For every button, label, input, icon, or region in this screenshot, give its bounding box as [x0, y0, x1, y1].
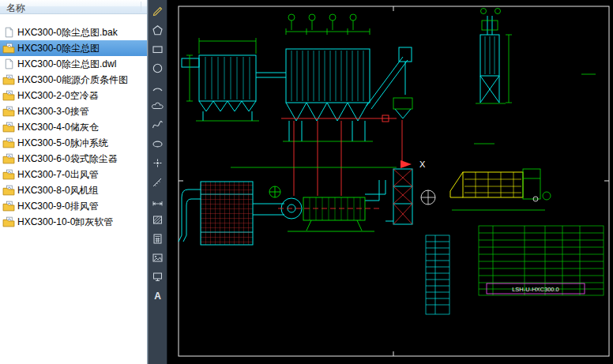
- unit-outlet-tower: [385, 169, 435, 224]
- line-tool-button[interactable]: [149, 2, 167, 21]
- polygon-icon: [152, 24, 164, 36]
- dwg-file-icon: [2, 122, 15, 133]
- ellipse-icon: [152, 138, 164, 150]
- display-tool-button[interactable]: [149, 267, 167, 286]
- schedule-table: [426, 235, 449, 314]
- cad-drawing[interactable]: X: [167, 0, 613, 364]
- revision-cloud-icon: [152, 100, 164, 112]
- calculator-icon: [152, 233, 164, 245]
- file-name: HXC300-2-0空冷器: [17, 89, 99, 103]
- unit-stack-elevation: [476, 16, 596, 103]
- arc-icon: [152, 81, 164, 93]
- file-list-item[interactable]: HXC300-10-0卸灰软管: [0, 214, 147, 230]
- polygon-tool-button[interactable]: [149, 21, 167, 39]
- point-tool-button[interactable]: [149, 153, 167, 172]
- unit-esp-elevation: [182, 38, 286, 121]
- calculator-tool-button[interactable]: [149, 229, 167, 248]
- drawing-number-label: LSH-U-HXC300.0: [512, 286, 559, 293]
- file-list-item-selected[interactable]: HXC300-0除尘总图: [0, 40, 147, 56]
- rectangle-tool-button[interactable]: [149, 39, 167, 58]
- dwg-file-icon: [2, 137, 15, 148]
- axis-bubbles: [288, 9, 501, 31]
- file-name: HXC300-3-0接管: [17, 105, 89, 118]
- line-icon: [152, 6, 164, 17]
- file-list-item[interactable]: HXC300-5-0脉冲系统: [0, 135, 147, 151]
- x-marker-label: X: [419, 159, 426, 169]
- file-name: HXC300-6-0袋式除尘器: [17, 152, 118, 166]
- file-name: HXC300-10-0卸灰软管: [17, 216, 113, 229]
- unit-fan-conveyor: [269, 180, 385, 231]
- file-name: HXC300-0能源介质条件图: [17, 73, 128, 87]
- unit-baghouse-elevation: [283, 28, 412, 141]
- measure-tool-button[interactable]: [149, 172, 167, 191]
- hatch-tool-button[interactable]: [149, 210, 167, 229]
- document-file-icon: [2, 58, 15, 69]
- unit-precipitator-hatched: [179, 182, 284, 245]
- revision-cloud-tool-button[interactable]: [149, 96, 167, 115]
- file-name: HXC300-0除尘总图.bak: [17, 26, 118, 39]
- file-list-item[interactable]: HXC300-0除尘总图.bak: [0, 24, 147, 40]
- dimension-icon: [152, 195, 164, 207]
- dwg-file-icon: [2, 185, 15, 196]
- cad-canvas[interactable]: X: [167, 0, 613, 364]
- ellipse-tool-button[interactable]: [149, 134, 167, 153]
- image-icon: [152, 252, 164, 264]
- name-column-label: 名称: [6, 2, 25, 13]
- display-icon: [152, 271, 164, 283]
- dwg-file-icon: [2, 43, 15, 54]
- circle-tool-button[interactable]: [149, 58, 167, 77]
- file-name: HXC300-9-0排风管: [17, 200, 99, 213]
- circle-icon: [152, 62, 164, 74]
- file-list-item[interactable]: HXC300-9-0排风管: [0, 198, 147, 214]
- dwg-file-icon: [2, 169, 15, 180]
- measure-icon: [152, 176, 164, 188]
- file-list-item[interactable]: HXC300-2-0空冷器: [0, 88, 147, 103]
- file-name: HXC300-0除尘总图.dwl: [17, 58, 116, 71]
- file-list-item[interactable]: HXC300-3-0接管: [0, 103, 147, 119]
- document-file-icon: [2, 27, 15, 38]
- hatch-icon: [152, 214, 164, 226]
- image-tool-button[interactable]: [149, 248, 167, 267]
- text-tool-button[interactable]: A: [149, 286, 167, 305]
- dwg-file-icon: [2, 201, 15, 212]
- file-name: HXC300-8-0风机组: [17, 184, 99, 197]
- flow-marker: X: [231, 159, 426, 169]
- red-piping: [281, 115, 402, 196]
- svg-text:A: A: [154, 291, 161, 302]
- text-icon: A: [152, 290, 164, 302]
- dwg-file-icon: [2, 74, 15, 85]
- file-list: HXC300-0除尘总图.bak HXC300-0除尘总图 HXC300-0除尘…: [0, 24, 147, 230]
- dwg-file-icon: [2, 90, 15, 101]
- file-list-item[interactable]: HXC300-7-0出风管: [0, 167, 147, 182]
- file-list-item[interactable]: HXC300-0除尘总图.dwl: [0, 56, 147, 72]
- file-list-item[interactable]: HXC300-4-0储灰仓: [0, 119, 147, 135]
- title-block: LSH-U-HXC300.0: [479, 226, 604, 295]
- dwg-file-icon: [2, 153, 15, 164]
- file-list-item[interactable]: HXC300-0能源介质条件图: [0, 72, 147, 88]
- file-name: HXC300-5-0脉冲系统: [17, 137, 108, 150]
- file-browser-panel: 名称 HXC300-0除尘总图.bak HXC300-0除尘总图 HXC300-…: [0, 0, 148, 364]
- point-icon: [152, 157, 164, 169]
- file-name: HXC300-7-0出风管: [17, 168, 99, 182]
- file-name: HXC300-4-0储灰仓: [17, 121, 99, 134]
- rectangle-icon: [152, 43, 164, 55]
- name-column-header[interactable]: 名称: [0, 0, 147, 14]
- spline-icon: [152, 119, 164, 131]
- dwg-file-icon: [2, 216, 15, 227]
- file-name: HXC300-0除尘总图: [17, 42, 100, 55]
- dwg-file-icon: [2, 106, 15, 117]
- arc-tool-button[interactable]: [149, 77, 167, 96]
- file-list-item[interactable]: HXC300-6-0袋式除尘器: [0, 151, 147, 167]
- dimension-tool-button[interactable]: [149, 191, 167, 210]
- file-list-item[interactable]: HXC300-8-0风机组: [0, 182, 147, 198]
- side-section-view: [450, 144, 551, 210]
- spline-tool-button[interactable]: [149, 115, 167, 134]
- draw-toolbar: A: [148, 0, 167, 364]
- column-divider[interactable]: [141, 2, 141, 12]
